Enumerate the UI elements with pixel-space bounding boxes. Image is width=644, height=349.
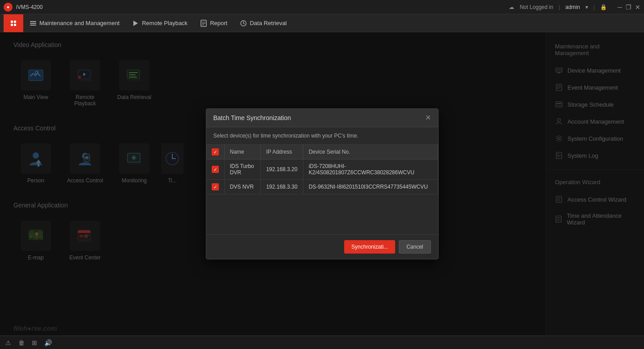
data-retrieval-label: Data Retrieval (250, 20, 286, 26)
svg-rect-1 (14, 21, 16, 23)
titlebar-right: ☁ Not Logged in | admin ▾ | 🔒 ─ ❐ ✕ (509, 4, 640, 11)
menu-item-home[interactable] (4, 14, 23, 32)
table-header-check[interactable]: ✓ (206, 145, 225, 159)
modal-header: Batch Time Synchronization ✕ (206, 109, 438, 127)
statusbar: ⚠ 🗑 ⊞ 🔊 fileh●rse.com (0, 336, 644, 349)
maintenance-label: Maintenance and Management (39, 20, 119, 26)
row1-checkbox-cell[interactable]: ✓ (206, 159, 225, 180)
row2-checkbox-cell[interactable]: ✓ (206, 180, 225, 194)
app-logo: ● (4, 3, 13, 12)
row2-name: DVS NVR (224, 180, 260, 194)
table-row: ✓ IDS Turbo DVR 192.168.3.20 iDS-7208HUH… (206, 159, 438, 180)
svg-rect-10 (202, 23, 205, 24)
cloud-icon: ☁ (509, 4, 514, 10)
svg-rect-5 (30, 23, 36, 24)
svg-rect-4 (30, 21, 36, 22)
header-checkbox[interactable]: ✓ (212, 148, 219, 155)
titlebar: ● iVMS-4200 ☁ Not Logged in | admin ▾ | … (0, 0, 644, 14)
menubar: Maintenance and Management Remote Playba… (0, 14, 644, 32)
svg-rect-2 (11, 24, 13, 26)
table-row: ✓ DVS NVR 192.168.3.30 DS-9632NI-I8I6201… (206, 180, 438, 194)
batch-time-sync-modal: Batch Time Synchronization ✕ Select devi… (206, 108, 439, 259)
row2-checkbox[interactable]: ✓ (212, 183, 219, 190)
warning-icon[interactable]: ⚠ (5, 339, 11, 346)
close-button[interactable]: ✕ (635, 4, 640, 11)
row1-checkbox[interactable]: ✓ (212, 166, 219, 173)
not-logged-in-label: Not Logged in (520, 4, 553, 10)
row1-name: IDS Turbo DVR (224, 159, 260, 180)
admin-label[interactable]: admin (565, 4, 580, 10)
modal-description: Select device(s) for time synchronizatio… (206, 127, 438, 145)
separator: | (559, 4, 560, 10)
cancel-button[interactable]: Cancel (399, 240, 431, 254)
screen-icon[interactable]: ⊞ (32, 339, 37, 346)
home-icon (10, 20, 17, 27)
svg-rect-9 (202, 22, 205, 22)
row1-serial: iDS-7208HUHI-K2/4S08201807Z6CCWRC3802828… (303, 159, 438, 180)
minimize-button[interactable]: ─ (618, 4, 622, 11)
row2-ip: 192.168.3.30 (260, 180, 303, 194)
menu-item-data-retrieval[interactable]: Data Retrieval (234, 14, 293, 32)
synchronize-button[interactable]: Synchronizati... (344, 240, 395, 254)
modal-footer: Synchronizati... Cancel (206, 234, 438, 259)
report-label: Report (210, 20, 227, 26)
modal-close-button[interactable]: ✕ (425, 114, 431, 121)
menu-item-maintenance[interactable]: Maintenance and Management (23, 14, 126, 32)
table-header-serial: Device Serial No. (303, 145, 438, 159)
maintenance-icon (30, 20, 37, 27)
report-icon (200, 20, 207, 27)
table-header: ✓ Name IP Address Device Serial No. (206, 145, 438, 159)
restore-button[interactable]: ❐ (626, 4, 631, 11)
row2-serial: DS-9632NI-I8I6201510I3CCRRS47735445WCVU (303, 180, 438, 194)
admin-dropdown-icon[interactable]: ▾ (585, 4, 588, 10)
modal-body: ✓ Name IP Address Device Serial No. ✓ ID… (206, 145, 438, 234)
data-icon (240, 20, 247, 27)
table-body: ✓ IDS Turbo DVR 192.168.3.20 iDS-7208HUH… (206, 159, 438, 194)
svg-rect-6 (30, 25, 36, 26)
svg-rect-3 (14, 24, 16, 26)
table-header-ip: IP Address (260, 145, 303, 159)
remote-playback-label: Remote Playback (142, 20, 188, 26)
separator2: | (593, 4, 595, 10)
menu-item-remote-playback[interactable]: Remote Playback (126, 14, 194, 32)
modal-title: Batch Time Synchronization (213, 114, 291, 121)
delete-icon[interactable]: 🗑 (18, 339, 25, 346)
window-controls: ─ ❐ ✕ (618, 4, 640, 11)
modal-overlay: Batch Time Synchronization ✕ Select devi… (0, 32, 644, 336)
svg-rect-11 (202, 25, 204, 25)
device-table: ✓ Name IP Address Device Serial No. ✓ ID… (206, 145, 438, 194)
app-title: iVMS-4200 (16, 4, 43, 10)
menu-item-report[interactable]: Report (194, 14, 234, 32)
sound-icon[interactable]: 🔊 (44, 339, 52, 346)
lock-icon[interactable]: 🔒 (600, 4, 607, 10)
play-icon (132, 20, 139, 27)
svg-rect-0 (11, 21, 13, 23)
svg-marker-7 (133, 21, 138, 26)
table-header-name: Name (224, 145, 260, 159)
row1-ip: 192.168.3.20 (260, 159, 303, 180)
